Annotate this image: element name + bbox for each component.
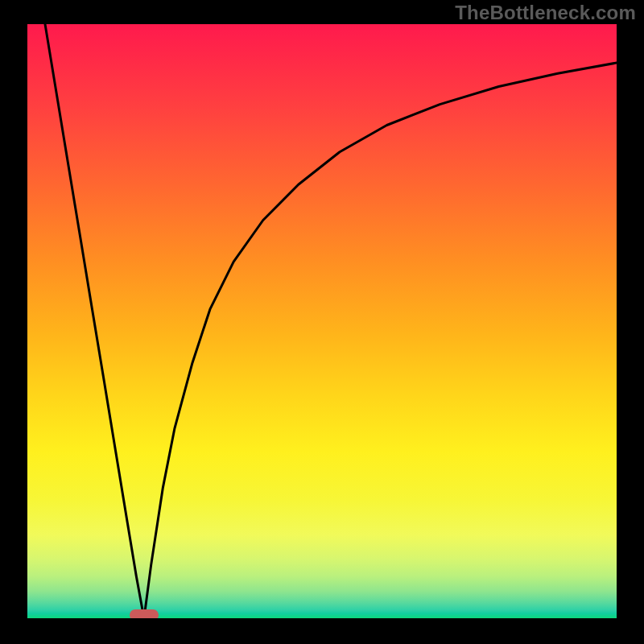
plot-area (27, 24, 617, 618)
curve-right-branch (144, 63, 617, 618)
watermark-text: TheBottleneck.com (455, 2, 636, 24)
optimum-marker (130, 609, 159, 618)
curve-left-branch (45, 24, 144, 618)
chart-frame: TheBottleneck.com (0, 0, 644, 644)
curve-svg (27, 24, 617, 618)
